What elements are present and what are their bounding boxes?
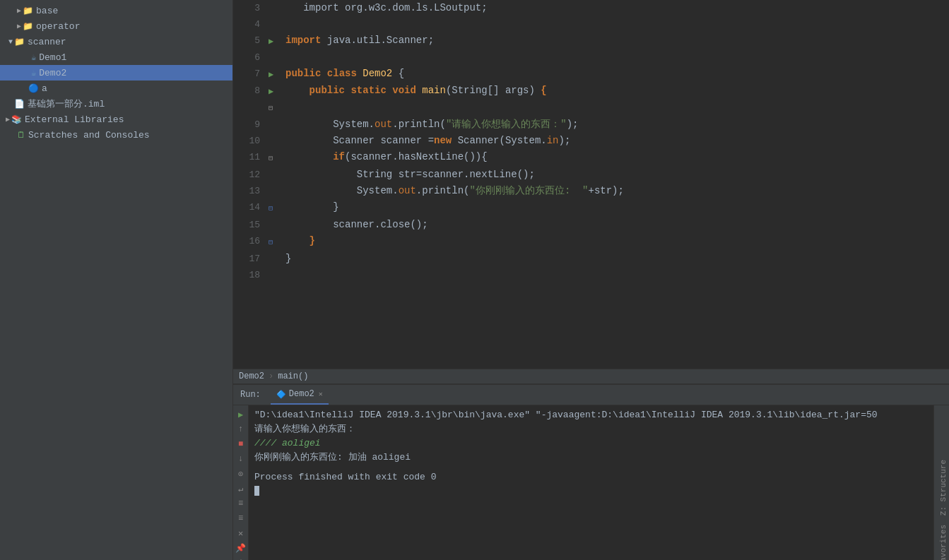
lib-icon: 📚: [11, 114, 22, 125]
fold-btn-8[interactable]: ⊟: [269, 105, 273, 112]
console-command-text: "D:\idea1\IntelliJ IDEA 2019.3.1\jbr\bin…: [254, 410, 878, 420]
line-content-5: import java.util.Scanner;: [283, 32, 949, 49]
line-content-9: System.out.println("请输入你想输入的东西：");: [283, 117, 949, 133]
console-process-exit: Process finished with exit code 0: [254, 470, 928, 484]
line-num-11: 11: [233, 149, 269, 167]
line-num-12: 12: [233, 167, 269, 183]
gutter-16: ⊟: [269, 233, 283, 251]
line-content-16: }: [283, 233, 949, 251]
breadcrumb-bar: Demo2 › main(): [233, 369, 949, 383]
run-label: Run:: [236, 390, 265, 400]
structure-label[interactable]: Z: Structure: [938, 454, 949, 521]
diff-button[interactable]: ≡: [235, 497, 247, 510]
gutter-18: [269, 267, 283, 283]
panel-tab-demo2[interactable]: 🔷 Demo2 ✕: [271, 385, 329, 405]
line-content-4: [283, 16, 949, 32]
bottom-panel: Run: 🔷 Demo2 ✕ ▶ ↑ ■ ↓ ⊙ ↵ ≡ ≡: [233, 383, 949, 560]
gutter-12: [269, 167, 283, 183]
code-line-11: 11 ⊟ if(scanner.hasNextLine()){: [233, 149, 949, 167]
code-line-13: 13 System.out.println("你刚刚输入的东西位: "+str)…: [233, 183, 949, 199]
code-line-6: 6: [233, 49, 949, 66]
wrap-button[interactable]: ↵: [235, 482, 247, 495]
panel-tabs: Run: 🔷 Demo2 ✕: [233, 385, 949, 405]
line-num-7: 7: [233, 66, 269, 83]
gutter-15: [269, 217, 283, 233]
tree-item-scanner[interactable]: ▼ 📁 scanner: [0, 34, 232, 49]
tree-label-scratches: Scratches and Consoles: [28, 130, 150, 141]
breadcrumb-file: Demo2: [239, 371, 264, 381]
run-arrow-8[interactable]: ▶: [269, 87, 273, 97]
line-num-18: 18: [233, 267, 269, 283]
folder-icon-base: 📁: [23, 6, 33, 16]
tree-arrow-operator: ▶: [17, 22, 21, 30]
breadcrumb-sep: ›: [269, 371, 273, 381]
tree-item-extlibs[interactable]: ▶ 📚 External Libraries: [0, 112, 232, 127]
close-console-button[interactable]: ✕: [235, 527, 247, 540]
line-num-8: 8: [233, 83, 269, 117]
line-content-15: scanner.close();: [283, 217, 949, 233]
screenshot-button[interactable]: ⊙: [235, 467, 247, 480]
code-line-14: 14 ⊟ }: [233, 199, 949, 217]
line-num-16: 16: [233, 233, 269, 251]
code-line-10: 10 Scanner scanner =new Scanner(System.i…: [233, 133, 949, 149]
code-line-7: 7 ▶ public class Demo2 {: [233, 66, 949, 83]
code-line-12: 12 String str=scanner.nextLine();: [233, 167, 949, 183]
tree-label-scanner: scanner: [28, 37, 66, 47]
run-button[interactable]: ▶: [235, 408, 247, 421]
panel-tab-label: Demo2: [289, 389, 314, 399]
tree-item-a[interactable]: 🔵 a: [0, 81, 232, 96]
fold-btn-16[interactable]: ⊟: [269, 239, 273, 246]
settings-button[interactable]: ≡: [235, 512, 247, 525]
class-icon-a: 🔵: [28, 83, 39, 94]
java-icon-demo2: ☕: [31, 68, 36, 78]
code-lines: 3 import org.w3c.dom.ls.LSoutput; 4 5 ▶: [233, 0, 949, 283]
scroll-up-button[interactable]: ↑: [235, 423, 247, 436]
line-num-5: 5: [233, 32, 269, 49]
tree-item-base[interactable]: ▶ 📁 base: [0, 3, 232, 18]
gutter-11: ⊟: [269, 149, 283, 167]
run-arrow-5[interactable]: ▶: [269, 37, 273, 47]
scroll-down-button[interactable]: ↓: [235, 453, 247, 465]
tree-item-demo1[interactable]: ☕ Demo1: [0, 49, 232, 65]
gutter-13: [269, 183, 283, 199]
console-user-input: //// aoligei: [254, 436, 928, 451]
code-line-9: 9 System.out.println("请输入你想输入的东西：");: [233, 117, 949, 133]
run-arrow-7[interactable]: ▶: [269, 70, 273, 80]
editor-area: 3 import org.w3c.dom.ls.LSoutput; 4 5 ▶: [233, 0, 949, 560]
line-num-14: 14: [233, 199, 269, 217]
line-content-17: }: [283, 251, 949, 267]
tree-item-operator[interactable]: ▶ 📁 operator: [0, 18, 232, 34]
tree-item-demo2[interactable]: ☕ Demo2: [0, 65, 232, 81]
module-icon: 📄: [14, 99, 25, 109]
line-content-13: System.out.println("你刚刚输入的东西位: "+str);: [283, 183, 949, 199]
scroll-end-button[interactable]: ⤓: [235, 556, 247, 560]
tree-label-base: base: [36, 6, 58, 16]
folder-icon-scanner: 📁: [14, 37, 25, 47]
run-toolbar: ▶ ↑ ■ ↓ ⊙ ↵ ≡ ≡ ✕ 📌 ⤓: [233, 405, 249, 560]
code-line-3: 3 import org.w3c.dom.ls.LSoutput;: [233, 0, 949, 16]
fold-btn-14[interactable]: ⊟: [269, 205, 273, 213]
tab-close-btn[interactable]: ✕: [319, 390, 323, 398]
structure-strip: Z: Structure Favorites: [933, 405, 949, 560]
tab-run-icon: 🔷: [276, 390, 286, 399]
console-output[interactable]: "D:\idea1\IntelliJ IDEA 2019.3.1\jbr\bin…: [249, 405, 933, 560]
code-line-16: 16 ⊟ }: [233, 233, 949, 251]
gutter-9: [269, 117, 283, 133]
tree-label-extlibs: External Libraries: [25, 114, 124, 125]
console-output-line: 你刚刚输入的东西位: 加油 aoligei: [254, 451, 928, 465]
fold-btn-11[interactable]: ⊟: [269, 155, 273, 162]
stop-button[interactable]: ■: [235, 438, 247, 451]
favorites-label[interactable]: Favorites: [938, 522, 949, 560]
tree-arrow-base: ▶: [17, 6, 21, 15]
line-num-15: 15: [233, 217, 269, 233]
project-tree: ▶ 📁 base ▶ 📁 operator ▼ 📁 scanner: [0, 0, 232, 560]
gutter-6: [269, 49, 283, 66]
pin-button[interactable]: 📌: [235, 542, 247, 554]
code-line-18: 18: [233, 267, 949, 283]
tree-item-scratches[interactable]: 🗒 Scratches and Consoles: [0, 127, 232, 143]
console-cursor: [254, 484, 928, 496]
tree-item-module[interactable]: 📄 基础第一部分.iml: [0, 96, 232, 112]
line-content-18: [283, 267, 949, 283]
line-num-4: 4: [233, 16, 269, 32]
code-editor[interactable]: 3 import org.w3c.dom.ls.LSoutput; 4 5 ▶: [233, 0, 949, 369]
